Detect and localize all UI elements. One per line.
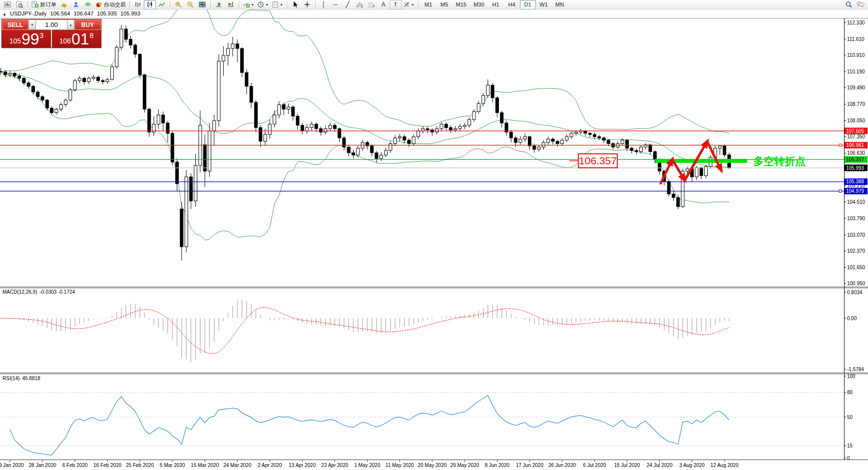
volume-increase-button[interactable]: ▲ — [67, 19, 74, 30]
svg-text:8 Jun 2020: 8 Jun 2020 — [485, 463, 510, 468]
indicators-button[interactable]: ▼ — [241, 0, 256, 9]
timeframe-button-m15[interactable]: M15 — [452, 0, 470, 9]
line-handle[interactable] — [839, 190, 842, 192]
data-window-button[interactable] — [13, 0, 25, 9]
periods-button[interactable]: ▼ — [256, 0, 270, 9]
sell-price-display[interactable]: 105 99 3 — [2, 30, 51, 47]
toolbar-separator — [170, 1, 170, 8]
green-trend-bar[interactable] — [655, 159, 747, 163]
auto-scroll-icon — [215, 1, 222, 8]
volume-input[interactable]: 1.00 — [36, 19, 67, 30]
macd-indicator — [0, 300, 729, 363]
line-chart-button[interactable] — [156, 0, 168, 9]
timeframe-button-h1[interactable]: H1 — [488, 0, 504, 9]
cursor-button[interactable] — [289, 0, 301, 9]
svg-text:24 Mar 2020: 24 Mar 2020 — [223, 463, 252, 468]
svg-text:100: 100 — [847, 374, 856, 379]
timeframe-button-m5[interactable]: M5 — [436, 0, 452, 9]
macd-values: -0.0303 -0.1724 — [39, 289, 75, 295]
svg-text:110.190: 110.190 — [847, 69, 865, 74]
svg-text:6 Feb 2020: 6 Feb 2020 — [62, 463, 88, 468]
pivot-point-text[interactable]: 多空转折点 — [753, 155, 806, 167]
dropdown-arrow-icon: ▼ — [280, 3, 283, 6]
autotrading-button[interactable]: 自动交易 — [94, 0, 127, 9]
mt4-window: 新订单 自动交易 ▼ ▼ ▼ │ ─ ╱ E F A T ▼ — [0, 0, 868, 470]
zoom-in-icon — [175, 1, 182, 8]
svg-text:110.910: 110.910 — [847, 52, 865, 58]
trendline-button[interactable]: ╱ — [342, 0, 354, 9]
rsi-axis: 1008050150 — [844, 374, 856, 461]
line-handle[interactable] — [839, 144, 842, 146]
clock-icon — [257, 1, 264, 8]
candlestick-series — [0, 25, 731, 261]
buy-button[interactable]: BUY — [74, 19, 101, 30]
svg-text:19 Jan 2020: 19 Jan 2020 — [0, 463, 24, 468]
timeframe-button-mn[interactable]: MN — [552, 0, 568, 9]
auto-scroll-button[interactable] — [213, 0, 225, 9]
search-icon — [845, 1, 853, 8]
svg-text:0.00: 0.00 — [847, 316, 857, 321]
svg-text:24 Jul 2020: 24 Jul 2020 — [647, 463, 673, 468]
candlestick-chart-button[interactable] — [144, 0, 156, 9]
bar-chart-icon — [134, 1, 141, 8]
timeframe-button-m1[interactable]: M1 — [421, 0, 436, 9]
price-axis: 112.330111.610110.910110.190109.490108.7… — [844, 20, 868, 286]
chat-button[interactable] — [855, 0, 867, 9]
arrows-tool-button[interactable]: ▼ — [402, 0, 416, 9]
charts-window-button[interactable] — [1, 0, 13, 9]
horizontal-line-106.981[interactable] — [0, 144, 844, 146]
timeframe-button-d1[interactable]: D1 — [520, 0, 536, 9]
search-button[interactable] — [843, 0, 855, 9]
fibonacci-button[interactable]: F — [366, 0, 378, 9]
channel-button[interactable]: E — [354, 0, 366, 9]
horizontal-line-button[interactable]: ─ — [330, 0, 342, 9]
svg-text:0: 0 — [847, 456, 850, 461]
charts-window-icon — [4, 1, 11, 8]
new-order-icon — [31, 1, 38, 8]
signals-button[interactable] — [82, 0, 94, 9]
new-order-button[interactable]: 新订单 — [30, 0, 58, 9]
svg-text:106.357: 106.357 — [579, 155, 617, 166]
zoom-in-button[interactable] — [172, 0, 184, 9]
text-tool-button[interactable]: A — [378, 0, 390, 9]
price-callout[interactable]: 106.357 — [569, 154, 617, 168]
chart-canvas[interactable]: 多空转折点106.357112.330111.610110.910110.190… — [0, 0, 868, 470]
horizontal-line-104.979[interactable] — [0, 190, 844, 192]
svg-text:25 Feb 2020: 25 Feb 2020 — [126, 463, 154, 468]
sell-price-prefix: 105 — [9, 37, 21, 44]
svg-text:15 Mar 2020: 15 Mar 2020 — [191, 463, 219, 468]
templates-button[interactable]: ▼ — [270, 0, 285, 9]
zoom-out-icon — [187, 1, 194, 8]
community-person-icon — [72, 1, 79, 8]
zoom-out-button[interactable] — [184, 0, 196, 9]
arrows-icon — [403, 1, 410, 8]
volume-decrease-button[interactable]: ▼ — [28, 19, 36, 30]
macd-pane-label: MACD(12,26,9)-0.0303 -0.1724 — [2, 289, 77, 295]
timeframe-button-m30[interactable]: M30 — [470, 0, 487, 9]
tile-windows-icon — [199, 1, 206, 8]
svg-text:107.605: 107.605 — [846, 128, 865, 134]
svg-text:22 Apr 2020: 22 Apr 2020 — [321, 463, 348, 468]
timeframe-button-h4[interactable]: H4 — [504, 0, 520, 9]
bar-chart-button[interactable] — [132, 0, 144, 9]
crosshair-button[interactable] — [301, 0, 313, 9]
buy-price-display[interactable]: 106 01 8 — [51, 30, 101, 47]
buy-price-prefix: 106 — [59, 37, 71, 44]
svg-text:11 May 2020: 11 May 2020 — [386, 463, 415, 468]
symbol-marker-icon: ▲ — [2, 12, 6, 16]
dropdown-arrow-icon: ▼ — [411, 3, 415, 6]
timeframe-button-w1[interactable]: W1 — [536, 0, 552, 9]
chart-info-line: ▲ USDJPY-,Daily 106.564 106.647 105.935 … — [2, 10, 142, 16]
svg-text:17 Jun 2020: 17 Jun 2020 — [516, 463, 543, 468]
community-button[interactable] — [70, 0, 82, 9]
tile-windows-button[interactable] — [196, 0, 208, 9]
toolbar-separator — [239, 1, 239, 8]
label-tool-button[interactable]: T — [390, 0, 402, 9]
vertical-line-button[interactable]: │ — [318, 0, 330, 9]
chart-shift-button[interactable] — [225, 0, 237, 9]
svg-text:29 May 2020: 29 May 2020 — [450, 463, 479, 468]
channel-letter: E — [361, 4, 363, 8]
market-depth-button[interactable] — [58, 0, 70, 9]
sell-button[interactable]: SELL — [2, 19, 28, 30]
autotrading-icon — [95, 1, 102, 8]
